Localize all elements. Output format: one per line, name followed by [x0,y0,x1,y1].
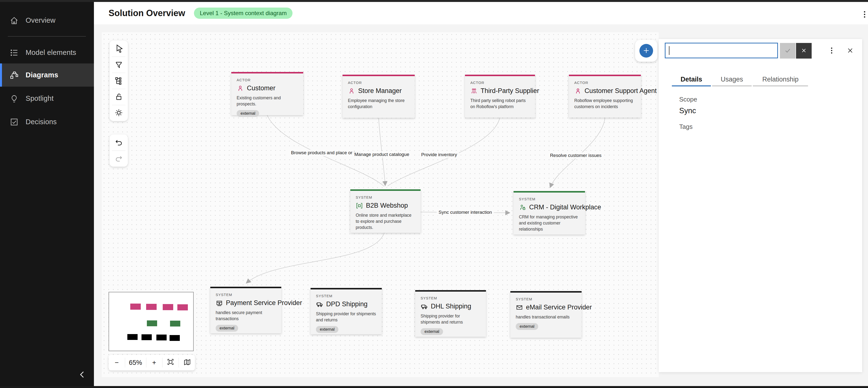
app-window: Overview Model elements Diagrams Spotlig… [0,0,868,388]
person-icon [348,87,355,95]
edge-label[interactable]: Browse products and place orders [289,150,363,156]
panel-close-button[interactable] [844,45,856,56]
edge-label[interactable]: Provide inventory [420,152,459,158]
kebab-menu-icon [860,10,868,20]
home-icon [9,16,19,25]
zoom-out-button[interactable]: − [108,355,125,370]
sidebar-item-model-elements[interactable]: Model elements [0,41,94,64]
close-icon [801,47,807,54]
zoom-in-button[interactable]: + [146,355,162,370]
zoom-toolbar: − 65% + [108,355,195,370]
checkmark-icon [784,47,792,55]
node-type-label: SYSTEM [316,294,376,298]
node-third-party-supplier[interactable]: ACTOR Third-Party Supplier Third party s… [465,75,535,118]
map-icon [183,358,191,367]
node-tag: external [316,326,338,333]
sidebar-item-label: Spotlight [26,94,54,102]
node-color-bar [210,287,281,288]
page-title: Solution Overview [108,8,185,18]
fit-view-button[interactable] [162,355,179,370]
minimap-node [146,304,157,310]
node-color-bar [311,288,382,290]
tags-field-label: Tags [679,123,692,130]
sidebar-item-overview[interactable]: Overview [0,9,94,32]
add-element-card [635,40,657,62]
node-color-bar [514,191,585,192]
minimap-node [156,334,166,340]
node-color-bar [510,291,582,293]
sidebar-collapse-button[interactable] [75,368,89,382]
chevron-left-icon [77,369,88,381]
truck-icon [316,301,323,308]
node-type-label: SYSTEM [421,296,480,300]
node-dpd-shipping[interactable]: SYSTEM DPD Shipping Shipping provider fo… [311,288,382,334]
node-name: Customer [247,84,275,92]
confirm-rename-button[interactable] [780,43,796,59]
node-b2b-webshop[interactable]: SYSTEM B2B Webshop Online store and mark… [350,189,421,233]
edge-label[interactable]: Manage product catalogue [352,151,411,158]
node-name: Store Manager [358,87,402,95]
edge-label[interactable]: Sync customer interaction [437,209,494,215]
node-description: handles secure payment transactions [216,310,276,322]
sidebar-item-diagrams[interactable]: Diagrams [0,63,94,87]
node-store-manager[interactable]: ACTOR Store Manager Employee managing th… [342,75,415,118]
minimap-node [177,304,188,310]
minimap-node [169,335,180,341]
tab-usages[interactable]: Usages [712,73,752,86]
node-customer[interactable]: ACTOR Customer Existing customers and pr… [231,72,303,115]
diagram-canvas[interactable]: Browse products and place orders Manage … [102,32,659,377]
lightbulb-icon [9,94,19,103]
tab-details[interactable]: Details [672,73,711,86]
name-input[interactable] [665,43,778,58]
node-name: B2B Webshop [366,202,408,209]
canvas-toolbar [110,40,128,121]
node-email-service-provider[interactable]: SYSTEM eMail Service Provider handles tr… [510,291,582,338]
sidebar-divider [8,36,86,37]
header-overflow-menu-button[interactable] [860,8,868,22]
sidebar-item-label: Overview [26,17,55,24]
cancel-rename-button[interactable] [796,43,812,59]
node-description: Existing customers and prospects. [237,95,298,107]
diagram-icon [9,70,19,80]
select-cursor-tool-button[interactable] [110,40,128,57]
node-customer-support-agent[interactable]: ACTOR Customer Support Agent Roboflow em… [569,75,641,118]
minimap-toggle-button[interactable] [179,355,195,370]
application-icon [356,202,363,209]
redo-button[interactable] [110,151,128,167]
email-icon [516,304,523,311]
scope-field-value: Sync [679,107,696,115]
minimap[interactable] [108,292,194,351]
node-crm-digital-workplace[interactable]: SYSTEM CRM - Digital Workplace CRM for m… [514,191,585,235]
add-element-button[interactable] [640,44,653,58]
hierarchy-tool-button[interactable] [110,73,128,89]
undo-button[interactable] [110,135,128,151]
panel-overflow-menu-button[interactable] [826,45,837,56]
sidebar-item-decisions[interactable]: Decisions [0,110,94,133]
node-tag: external [421,328,443,335]
node-dhl-shipping[interactable]: SYSTEM DHL Shipping Shipping provider fo… [415,290,486,337]
zoom-level-button[interactable]: 65% [125,355,146,370]
details-panel: Details Usages Relationship Scope Sync T… [659,39,862,372]
settings-tool-button[interactable] [110,105,128,121]
minimap-node [163,304,173,310]
close-icon [846,47,854,55]
window-top-strip [0,0,868,2]
node-name: Payment Service Provider [226,299,302,307]
sidebar-item-spotlight[interactable]: Spotlight [0,87,94,110]
node-description: Employee managing the store configuratio… [348,98,409,110]
node-payment-service-provider[interactable]: SYSTEM Payment Service Provider handles … [210,287,281,333]
sidebar-item-label: Decisions [26,118,57,126]
filter-tool-button[interactable] [110,57,128,73]
node-color-bar [342,75,415,76]
text-caret [669,46,670,55]
fit-view-icon [166,358,175,367]
undo-icon [115,138,123,147]
edge-label[interactable]: Resolve customer issues [548,152,603,159]
node-color-bar [415,290,486,292]
work-area: Browse products and place orders Manage … [94,24,868,386]
minimap-node [147,320,157,326]
tab-relationship[interactable]: Relationship [753,73,808,86]
lock-tool-button[interactable] [110,89,128,105]
node-type-label: SYSTEM [516,297,576,301]
node-description: handles transactional emails [516,314,576,320]
